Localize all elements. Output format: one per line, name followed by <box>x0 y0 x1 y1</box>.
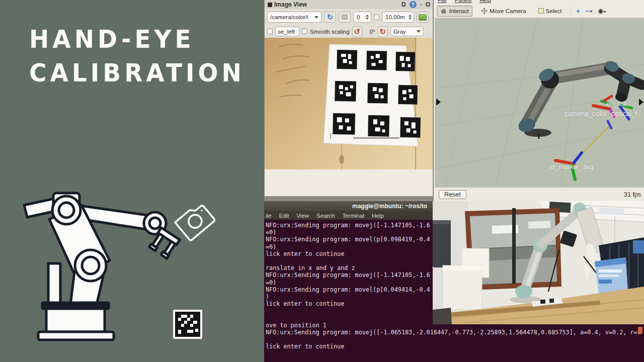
dock-button[interactable]: D <box>401 1 406 8</box>
rviz-statusbar: Reset 31 fps <box>435 187 644 201</box>
reflected-light-2 <box>528 221 550 229</box>
dark-table-object <box>433 308 452 324</box>
rotation-value: 0° <box>370 29 375 35</box>
terminal-line <box>266 336 644 343</box>
focus-camera-button[interactable]: ◉ <box>598 7 606 15</box>
zoom-in-button[interactable]: + <box>576 7 581 15</box>
tf-label-marker-frame: ar_marker_avg <box>549 163 593 170</box>
minimize-button[interactable]: - <box>420 1 422 8</box>
spin-down-icon[interactable] <box>409 18 412 20</box>
spin-up-icon[interactable] <box>366 15 369 17</box>
camera-save-icon <box>342 15 348 20</box>
terminal-title: maggie@mbuntu: ~/ros/to <box>352 203 427 210</box>
title-panel: HAND-EYE CALIBRATION <box>0 0 264 362</box>
menu-item[interactable]: File <box>438 0 447 3</box>
terminal-line: NFO:urx:Sending program: movej([-1.06518… <box>266 329 644 336</box>
terminal-line: lick enter to continue <box>266 343 644 350</box>
terminal-menu-item[interactable]: Search <box>316 213 335 219</box>
rotate-left-button[interactable]: ↺ <box>352 26 362 37</box>
background-pole <box>512 208 516 284</box>
aruco-marker-icon <box>173 310 202 339</box>
image-view-titlebar[interactable]: Image View D ? - O <box>265 0 433 9</box>
aruco-grid <box>333 50 421 138</box>
lab-photo <box>433 201 644 324</box>
maximize-button[interactable]: O <box>426 1 430 8</box>
refresh-icon: ↻ <box>327 13 334 22</box>
spin-down-icon[interactable] <box>366 18 369 20</box>
tf-label-ee-link: ee_link <box>606 100 627 108</box>
smoothing-spinbox[interactable]: 0 <box>353 12 371 23</box>
select-icon <box>538 8 544 14</box>
sheet-caption <box>353 137 399 139</box>
robot-pedestal <box>48 263 60 304</box>
toolbar-separator <box>571 7 571 16</box>
image-file-icon <box>419 14 427 21</box>
image-view-title: Image View <box>274 1 401 8</box>
title-line-2: CALIBRATION <box>29 56 261 90</box>
image-view-window: Image View D ? - O /camera/color/i ↻ 0 <box>264 0 433 201</box>
terminal-menu-item[interactable]: ile <box>266 213 272 219</box>
screenshot-root: HAND-EYE CALIBRATION <box>0 0 644 362</box>
smooth-scaling-label: Smooth scaling <box>310 29 350 35</box>
robot-elbow-joint <box>75 250 106 281</box>
mouse-topic-field[interactable]: se_left <box>275 27 299 36</box>
fps-counter: 31 fps <box>624 191 641 198</box>
colormap-dropdown[interactable]: Gray <box>390 27 424 36</box>
camera-icon <box>175 202 215 241</box>
dynamic-range-checkbox[interactable] <box>374 15 379 20</box>
zoom-out-button[interactable]: − <box>585 7 593 15</box>
terminal-menu-item[interactable]: Terminal <box>343 213 364 219</box>
chevron-down-icon <box>590 11 593 13</box>
chevron-down-icon <box>603 11 606 13</box>
robot-base-plate <box>38 332 114 340</box>
help-button[interactable]: ? <box>410 1 417 8</box>
interact-tool-button[interactable]: Interact <box>437 6 472 17</box>
save-image-button[interactable] <box>339 12 351 23</box>
robot-shoulder-joint <box>52 196 80 224</box>
camera-image <box>265 38 433 201</box>
terminal-menu-item[interactable]: Edit <box>279 213 289 219</box>
image-view-toolbar-2: se_left Smooth scaling ↺ 0° ↻ Gray <box>265 25 433 38</box>
terminal-cursor <box>638 327 642 334</box>
screenshot-button[interactable] <box>417 12 429 23</box>
move-camera-icon <box>481 8 488 14</box>
reset-button[interactable]: Reset <box>439 190 466 199</box>
tf-label-camera-frame: camera_color_optical_f <box>565 110 637 118</box>
rviz-toolbar: Interact Move Camera Select + − ◉ <box>435 4 644 18</box>
title-line-1: HAND-EYE <box>29 23 261 56</box>
image-view-toolbar-1: /camera/color/i ↻ 0 10.00m <box>265 9 433 25</box>
image-letterbox <box>265 169 433 196</box>
menu-item[interactable]: Panels <box>455 0 472 3</box>
topic-dropdown[interactable]: /camera/color/i <box>267 12 321 23</box>
terminal-menu-item[interactable]: Help <box>372 213 384 219</box>
window-icon <box>268 3 272 7</box>
rviz-3d-viewport[interactable]: ee_link camera_color_optical_f ar_marker… <box>435 18 644 187</box>
chevron-down-icon <box>417 30 421 33</box>
chevron-down-icon <box>314 16 318 19</box>
page-title: HAND-EYE CALIBRATION <box>29 23 261 90</box>
terminal-menu-item[interactable]: View <box>296 213 309 219</box>
rviz-menubar: FilePanelsHelp <box>435 0 644 4</box>
speaker <box>433 220 451 267</box>
rviz-window: FilePanelsHelp Interact Move Camera Sele… <box>433 0 644 201</box>
smooth-scaling-checkbox[interactable] <box>302 29 307 34</box>
publish-click-checkbox[interactable] <box>267 29 273 34</box>
rotate-right-button[interactable]: ↻ <box>378 26 388 37</box>
max-range-spinbox[interactable]: 10.00m <box>382 12 414 23</box>
rotate-left-icon: ↺ <box>354 27 360 36</box>
hand-icon <box>441 8 447 14</box>
image-bottom-strip <box>265 196 433 201</box>
robot-base-box <box>46 309 105 332</box>
move-camera-tool-button[interactable]: Move Camera <box>477 6 529 17</box>
select-tool-button[interactable]: Select <box>535 6 566 17</box>
refresh-topics-button[interactable]: ↻ <box>324 12 336 23</box>
menu-item[interactable]: Help <box>479 0 491 3</box>
rotate-right-icon: ↻ <box>379 27 386 36</box>
focus-icon: ◉ <box>598 7 603 15</box>
spin-up-icon[interactable] <box>409 15 412 17</box>
